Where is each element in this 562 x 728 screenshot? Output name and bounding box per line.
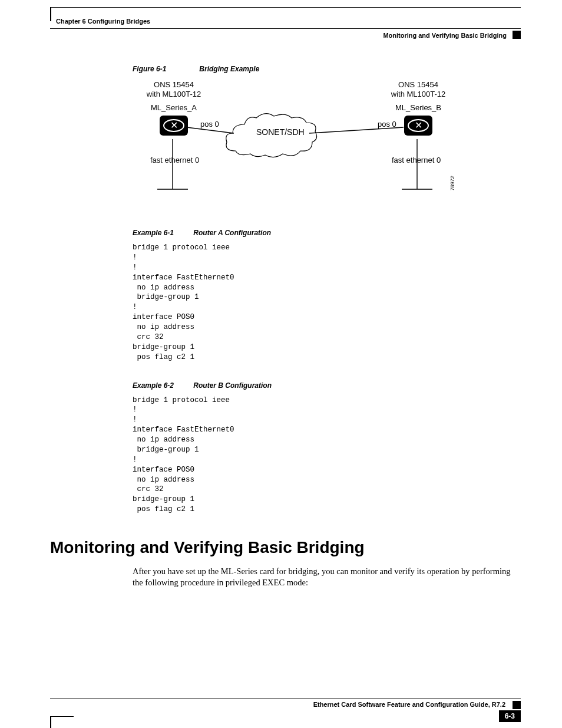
footer-page-number: 6-3 [499,710,521,722]
figure-title: Bridging Example [199,65,259,73]
figure-diagram: ONS 15454 with ML100T-12 ML_Series_A ONS… [133,80,462,210]
section-body: After you have set up the ML-Series card… [133,566,521,589]
figure-id: 78972 [449,176,455,190]
footer: Ethernet Card Software Feature and Confi… [50,699,521,708]
header-block-icon [513,31,521,39]
fe-right-label: fast ethernet 0 [392,156,441,164]
example-a-code: bridge 1 protocol ieee ! ! interface Fas… [133,243,521,363]
node-right-line2: with ML100T-12 [391,90,446,98]
header-rule-2 [50,28,521,29]
footer-left-mark-icon [50,716,51,728]
example-a-caption: Example 6-1 Router A Configuration [133,229,521,237]
switch-icon [404,116,432,136]
footer-rule [50,699,521,699]
header-rule-top [50,7,521,8]
footer-book-title: Ethernet Card Software Feature and Confi… [50,701,521,708]
example-a-label: Example 6-1 [133,229,191,237]
section-heading: Monitoring and Verifying Basic Bridging [50,538,521,557]
header-section: Monitoring and Verifying Basic Bridging [383,32,507,39]
switch-icon [160,116,188,136]
cloud-label: SONET/SDH [256,127,305,137]
header-chapter: Chapter 6 Configuring Bridges [56,18,150,25]
node-right-line1: ONS 15454 [398,80,438,89]
page-number-badge: 6-3 [499,710,521,722]
node-left-line1: ONS 15454 [154,80,194,89]
pos-right-label: pos 0 [378,120,396,129]
example-b-label: Example 6-2 [133,381,191,390]
figure-caption: Figure 6-1 Bridging Example [133,65,521,73]
example-b-caption: Example 6-2 Router B Configuration [133,381,521,390]
example-b-code: bridge 1 protocol ieee ! ! interface Fas… [133,396,521,515]
example-b-title: Router B Configuration [193,381,272,390]
node-left-name: ML_Series_A [133,103,215,112]
node-left-line2: with ML100T-12 [147,90,201,98]
pos-left-label: pos 0 [200,120,219,129]
fe-left-label: fast ethernet 0 [150,156,199,164]
figure-label: Figure 6-1 [133,65,197,73]
example-a-title: Router A Configuration [193,229,271,237]
node-right-name: ML_Series_B [374,103,462,112]
